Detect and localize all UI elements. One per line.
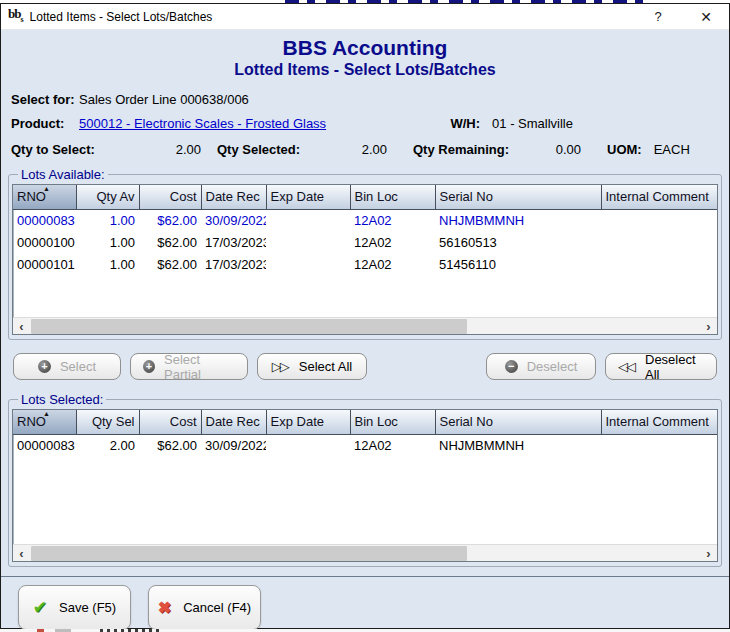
cell-date_rec: 30/09/2022 — [201, 209, 266, 231]
cell-cost: $62.00 — [139, 209, 201, 231]
lots-selected-group: Lots Selected: ▲RNO Qty Sel Cost Date Re… — [8, 392, 722, 567]
column-header-exp-date[interactable]: Exp Date — [266, 185, 350, 209]
bbs-logo-icon: bbs — [8, 7, 23, 26]
cell-exp_date — [266, 231, 350, 253]
horizontal-scrollbar[interactable]: ‹ › — [13, 544, 717, 561]
scroll-right-icon[interactable]: › — [700, 545, 717, 562]
sort-asc-icon: ▲ — [43, 185, 50, 193]
footer-button-row: ✔ Save (F5) ✖ Cancel (F4) — [1, 577, 729, 630]
column-header-rno[interactable]: ▲RNO — [13, 185, 76, 209]
red-cross-icon: ✖ — [158, 598, 171, 617]
cell-qty: 2.00 — [76, 434, 139, 456]
title-bar: bbs Lotted Items - Select Lots/Batches ?… — [1, 4, 729, 30]
column-header-date-rec[interactable]: Date Rec — [201, 410, 266, 434]
select-for-row: Select for: Sales Order Line 000638/006 — [1, 92, 729, 107]
product-row: Product: 500012 - Electronic Scales - Fr… — [1, 116, 729, 131]
scroll-left-icon[interactable]: ‹ — [13, 318, 30, 335]
cell-serial_no: 51456110 — [435, 253, 601, 275]
cell-exp_date — [266, 253, 350, 275]
action-button-row: + Select + Select Partial ▷▷ Select All … — [13, 353, 717, 380]
cell-rno: 00000083 — [13, 209, 76, 231]
column-header-bin-loc[interactable]: Bin Loc — [350, 185, 435, 209]
lots-selected-table: ▲RNO Qty Sel Cost Date Rec Exp Date Bin … — [12, 409, 718, 562]
column-header-serial-no[interactable]: Serial No — [435, 410, 601, 434]
cell-rno: 00000083 — [13, 434, 76, 456]
qty-selected-label: Qty Selected: — [217, 142, 309, 157]
cell-serial_no: NHJMBMMNH — [435, 434, 601, 456]
cell-cost: $62.00 — [139, 253, 201, 275]
product-link[interactable]: 500012 - Electronic Scales - Frosted Gla… — [79, 116, 326, 131]
column-header-bin-loc[interactable]: Bin Loc — [350, 410, 435, 434]
select-all-button[interactable]: ▷▷ Select All — [257, 353, 367, 380]
sort-asc-icon: ▲ — [43, 410, 50, 418]
column-header-serial-no[interactable]: Serial No — [435, 185, 601, 209]
cell-comment — [601, 231, 717, 253]
cell-qty: 1.00 — [76, 209, 139, 231]
cell-qty: 1.00 — [76, 253, 139, 275]
column-header-cost[interactable]: Cost — [139, 410, 201, 434]
column-header-qty-av[interactable]: Qty Av — [76, 185, 139, 209]
column-header-date-rec[interactable]: Date Rec — [201, 185, 266, 209]
lots-available-group: Lots Available: ▲RNO Qty Av Cost Date Re… — [8, 167, 722, 340]
cell-cost: $62.00 — [139, 434, 201, 456]
column-header-exp-date[interactable]: Exp Date — [266, 410, 350, 434]
select-for-label: Select for: — [11, 92, 79, 107]
table-row[interactable]: 000001001.00$62.0017/03/202312A025616051… — [13, 231, 717, 253]
cell-date_rec: 30/09/2022 — [201, 434, 266, 456]
table-row[interactable]: 000001011.00$62.0017/03/202312A025145611… — [13, 253, 717, 275]
scroll-right-icon[interactable]: › — [700, 318, 717, 335]
close-icon[interactable]: ✕ — [689, 5, 723, 29]
cell-cost: $62.00 — [139, 231, 201, 253]
product-label: Product: — [11, 116, 79, 131]
app-title: BBS Accounting — [1, 36, 729, 60]
cell-exp_date — [266, 209, 350, 231]
qty-remaining-value: 0.00 — [517, 142, 581, 157]
cell-comment — [601, 209, 717, 231]
cancel-button[interactable]: ✖ Cancel (F4) — [148, 585, 261, 630]
save-button[interactable]: ✔ Save (F5) — [18, 585, 131, 630]
cell-exp_date — [266, 434, 350, 456]
cell-rno: 00000101 — [13, 253, 76, 275]
select-button[interactable]: + Select — [13, 353, 121, 380]
warehouse-label: W/H: — [450, 116, 480, 131]
cell-comment — [601, 253, 717, 275]
cell-bin_loc: 12A02 — [350, 231, 435, 253]
lots-available-table: ▲RNO Qty Av Cost Date Rec Exp Date Bin L… — [12, 184, 718, 335]
qty-remaining-label: Qty Remaining: — [413, 142, 517, 157]
help-icon[interactable]: ? — [641, 5, 675, 29]
double-left-arrow-icon: ◁◁ — [618, 359, 636, 374]
column-header-cost[interactable]: Cost — [139, 185, 201, 209]
qty-to-select-value: 2.00 — [161, 142, 201, 157]
page-title: Lotted Items - Select Lots/Batches — [1, 60, 729, 79]
deselect-all-button[interactable]: ◁◁ Deselect All — [605, 353, 717, 380]
table-header-row: ▲RNO Qty Av Cost Date Rec Exp Date Bin L… — [13, 185, 717, 209]
column-header-rno[interactable]: ▲RNO — [13, 410, 76, 434]
cell-serial_no: 56160513 — [435, 231, 601, 253]
scroll-left-icon[interactable]: ‹ — [13, 545, 30, 562]
column-header-qty-sel[interactable]: Qty Sel — [76, 410, 139, 434]
column-header-internal-comment[interactable]: Internal Comment — [601, 410, 717, 434]
table-row[interactable]: 000000831.00$62.0030/09/202212A02NHJMBMM… — [13, 209, 717, 231]
lots-available-label: Lots Available: — [18, 167, 108, 182]
cell-date_rec: 17/03/2023 — [201, 231, 266, 253]
lots-selected-label: Lots Selected: — [18, 392, 106, 407]
cell-rno: 00000100 — [13, 231, 76, 253]
select-partial-button[interactable]: + Select Partial — [130, 353, 248, 380]
scrollbar-thumb[interactable] — [31, 319, 467, 334]
horizontal-scrollbar[interactable]: ‹ › — [13, 317, 717, 334]
minus-icon: − — [505, 360, 518, 373]
cell-bin_loc: 12A02 — [350, 253, 435, 275]
double-right-arrow-icon: ▷▷ — [272, 359, 290, 374]
plus-icon: + — [143, 360, 155, 373]
qty-to-select-label: Qty to Select: — [11, 142, 161, 157]
green-check-icon: ✔ — [33, 597, 47, 618]
deselect-button[interactable]: − Deselect — [486, 353, 596, 380]
qty-selected-value: 2.00 — [309, 142, 387, 157]
scrollbar-thumb[interactable] — [31, 546, 467, 561]
cell-date_rec: 17/03/2023 — [201, 253, 266, 275]
window-title: Lotted Items - Select Lots/Batches — [30, 10, 213, 24]
table-row[interactable]: 000000832.00$62.0030/09/202212A02NHJMBMM… — [13, 434, 717, 456]
quantities-row: Qty to Select: 2.00 Qty Selected: 2.00 Q… — [1, 142, 729, 157]
warehouse-value: 01 - Smallville — [492, 116, 573, 131]
column-header-internal-comment[interactable]: Internal Comment — [601, 185, 717, 209]
